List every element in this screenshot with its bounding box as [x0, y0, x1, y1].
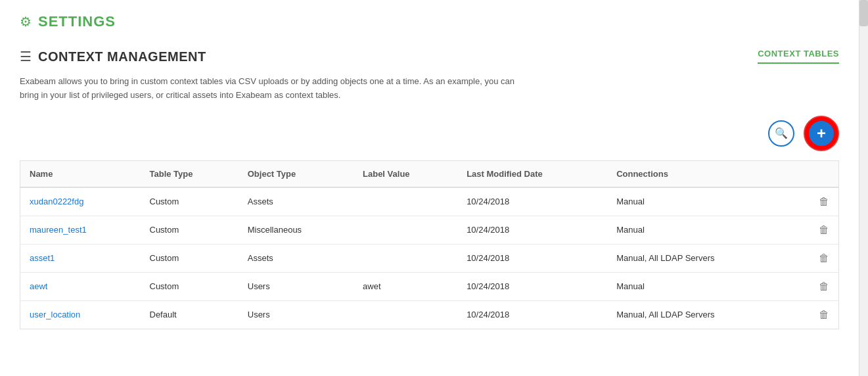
row-name-link[interactable]: user_location — [30, 310, 80, 319]
section-header-row: ☰ CONTEXT MANAGEMENT CONTEXT TABLES — [20, 49, 839, 64]
row-name-link[interactable]: xudan0222fdg — [30, 197, 83, 206]
section-title-group: ☰ CONTEXT MANAGEMENT — [20, 49, 206, 64]
cell-object-type: Assets — [239, 244, 354, 272]
cell-table-type: Default — [141, 300, 239, 329]
cell-object-type: Users — [239, 272, 354, 300]
col-header-connections: Connections — [607, 160, 792, 187]
cell-label-value — [354, 244, 457, 272]
context-management-icon: ☰ — [20, 49, 32, 64]
delete-icon[interactable]: 🗑 — [802, 252, 829, 264]
scrollbar-thumb[interactable] — [859, 0, 868, 26]
context-tables-tab[interactable]: CONTEXT TABLES — [758, 49, 839, 64]
context-tables-label[interactable]: CONTEXT TABLES — [758, 49, 839, 64]
description-text: Exabeam allows you to bring in custom co… — [20, 75, 519, 103]
table-row: aewtCustomUsersawet10/24/2018Manual🗑 — [20, 272, 839, 300]
cell-actions: 🗑 — [792, 300, 839, 329]
col-header-label-value: Label Value — [354, 160, 457, 187]
col-header-last-modified: Last Modified Date — [457, 160, 607, 187]
delete-icon[interactable]: 🗑 — [802, 309, 829, 321]
cell-object-type: Miscellaneous — [239, 216, 354, 244]
cell-last-modified: 10/24/2018 — [457, 216, 607, 244]
cell-connections: Manual — [607, 272, 792, 300]
cell-name[interactable]: maureen_test1 — [20, 216, 141, 244]
gear-icon: ⚙ — [20, 14, 32, 30]
main-content: ⚙ SETTINGS ☰ CONTEXT MANAGEMENT CONTEXT … — [0, 0, 859, 376]
add-button[interactable]: + — [807, 119, 836, 148]
cell-last-modified: 10/24/2018 — [457, 300, 607, 329]
cell-connections: Manual, All LDAP Servers — [607, 300, 792, 329]
search-button[interactable]: 🔍 — [768, 120, 794, 147]
cell-connections: Manual — [607, 216, 792, 244]
row-name-link[interactable]: asset1 — [30, 253, 55, 263]
cell-table-type: Custom — [141, 272, 239, 300]
row-name-link[interactable]: aewt — [30, 281, 47, 291]
scrollbar[interactable] — [859, 0, 868, 376]
delete-icon[interactable]: 🗑 — [802, 224, 829, 236]
delete-icon[interactable]: 🗑 — [802, 196, 829, 208]
add-button-highlight: + — [804, 116, 839, 151]
context-tables-table: Name Table Type Object Type Label Value … — [20, 160, 839, 329]
col-header-actions — [792, 160, 839, 187]
cell-name[interactable]: asset1 — [20, 244, 141, 272]
cell-last-modified: 10/24/2018 — [457, 272, 607, 300]
cell-actions: 🗑 — [792, 216, 839, 244]
cell-table-type: Custom — [141, 216, 239, 244]
cell-table-type: Custom — [141, 244, 239, 272]
cell-actions: 🗑 — [792, 187, 839, 216]
cell-name[interactable]: xudan0222fdg — [20, 187, 141, 216]
table-row: maureen_test1CustomMiscellaneous10/24/20… — [20, 216, 839, 244]
settings-header: ⚙ SETTINGS — [20, 13, 839, 30]
cell-last-modified: 10/24/2018 — [457, 187, 607, 216]
table-header-row: Name Table Type Object Type Label Value … — [20, 160, 839, 187]
cell-label-value — [354, 216, 457, 244]
cell-label-value — [354, 187, 457, 216]
cell-object-type: Assets — [239, 187, 354, 216]
cell-connections: Manual — [607, 187, 792, 216]
cell-name[interactable]: aewt — [20, 272, 141, 300]
col-header-name: Name — [20, 160, 141, 187]
cell-name[interactable]: user_location — [20, 300, 141, 329]
cell-actions: 🗑 — [792, 272, 839, 300]
cell-object-type: Users — [239, 300, 354, 329]
table-row: xudan0222fdgCustomAssets10/24/2018Manual… — [20, 187, 839, 216]
cell-connections: Manual, All LDAP Servers — [607, 244, 792, 272]
section-title: CONTEXT MANAGEMENT — [38, 49, 206, 64]
cell-last-modified: 10/24/2018 — [457, 244, 607, 272]
col-header-object-type: Object Type — [239, 160, 354, 187]
search-icon: 🔍 — [775, 127, 788, 139]
cell-table-type: Custom — [141, 187, 239, 216]
cell-actions: 🗑 — [792, 244, 839, 272]
settings-title: SETTINGS — [38, 13, 116, 30]
cell-label-value: awet — [354, 272, 457, 300]
page-wrapper: ⚙ SETTINGS ☰ CONTEXT MANAGEMENT CONTEXT … — [0, 0, 868, 376]
col-header-table-type: Table Type — [141, 160, 239, 187]
cell-label-value — [354, 300, 457, 329]
table-row: user_locationDefaultUsers10/24/2018Manua… — [20, 300, 839, 329]
table-row: asset1CustomAssets10/24/2018Manual, All … — [20, 244, 839, 272]
actions-row: 🔍 + — [20, 116, 839, 151]
row-name-link[interactable]: maureen_test1 — [30, 225, 87, 235]
delete-icon[interactable]: 🗑 — [802, 281, 829, 293]
